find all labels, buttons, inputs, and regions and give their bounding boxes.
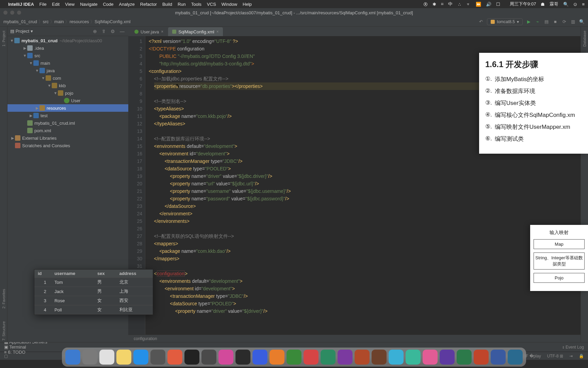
dock-app[interactable]	[355, 350, 370, 365]
status-square-icon[interactable]: ▢	[4, 354, 8, 358]
tree-node-resources[interactable]: ▶resources	[7, 104, 128, 112]
dock-app[interactable]	[65, 350, 80, 365]
status-item[interactable]: 🔍	[563, 2, 569, 7]
status-item[interactable]: ✱	[432, 2, 436, 7]
hide-icon[interactable]: —	[119, 29, 126, 34]
menu-edit[interactable]: Edit	[52, 2, 60, 7]
tree-node-com[interactable]: ▼com	[7, 74, 128, 82]
bottom-tool-terminal[interactable]: ▣ Terminal	[4, 344, 47, 350]
dock-app[interactable]	[389, 350, 404, 365]
column-id[interactable]: id	[34, 270, 51, 278]
status-item[interactable]: ⏩	[476, 2, 481, 7]
status-item[interactable]: 🔊	[486, 2, 491, 7]
menu-tools[interactable]: Tools	[191, 2, 201, 7]
update-vcs-button[interactable]: ⟳	[561, 19, 567, 25]
table-row[interactable]: 3Rose女西安	[34, 296, 153, 305]
breadcrumb-segment[interactable]: src	[43, 19, 49, 24]
tree-node-pom-xml[interactable]: pom.xml	[7, 127, 128, 134]
breadcrumb-segment[interactable]: SqlMapConfig.xml	[95, 19, 131, 24]
dock-app[interactable]	[287, 350, 301, 365]
debug-button[interactable]: ⌁	[535, 19, 540, 25]
tree-node-scratches-and-consoles[interactable]: Scratches and Consoles	[7, 142, 128, 149]
tool-tab-database[interactable]: Database	[583, 29, 587, 48]
coverage-button[interactable]: ▤	[544, 19, 549, 25]
tree-node-external-libraries[interactable]: ▶External Libraries	[7, 134, 128, 142]
tree-root[interactable]: ▼mybatis_01_crud~/IdeaProject/class00	[7, 37, 128, 44]
query-result-popup[interactable]: idusernamesexaddress 1Tom男北京2Jack男上海3Ros…	[34, 269, 153, 315]
dock-app[interactable]	[167, 350, 182, 365]
dock-app[interactable]	[440, 350, 455, 365]
tree-node-src[interactable]: ▼src	[7, 52, 128, 59]
tree-node-user[interactable]: User	[7, 97, 128, 104]
event-log-button[interactable]: ⫾ Event Log	[562, 345, 584, 350]
breadcrumbs-bar[interactable]: configuration	[128, 335, 581, 342]
status-item[interactable]: 周三下午9:07	[510, 1, 536, 7]
breadcrumb-segment[interactable]: mybatis_01_crud	[3, 19, 37, 24]
collapse-all-icon[interactable]: ⥣	[101, 29, 107, 34]
menu-view[interactable]: View	[65, 2, 75, 7]
status-item[interactable]: ᯤ	[467, 2, 471, 7]
menu-help[interactable]: Help	[243, 2, 252, 7]
breadcrumb-segment[interactable]: main	[54, 19, 64, 24]
status-item[interactable]: 中	[448, 1, 453, 7]
tree-node-mybatis-01-crud-iml[interactable]: mybatis_01_crud.iml	[7, 119, 128, 127]
menu-build[interactable]: Build	[162, 2, 172, 7]
editor-tab-sqlmapconfig-xml[interactable]: SqlMapConfig.xml×	[168, 27, 223, 36]
table-row[interactable]: 4Poll女利比亚	[34, 305, 153, 315]
dock-app[interactable]	[474, 350, 489, 365]
dock-app[interactable]	[116, 350, 131, 365]
tree-node-main[interactable]: ▼main	[7, 59, 128, 67]
dock-app[interactable]	[133, 350, 148, 365]
dock-app[interactable]	[508, 350, 523, 365]
tree-node-pojo[interactable]: ▼pojo	[7, 89, 128, 97]
dock-app[interactable]	[338, 350, 353, 365]
menu-refactor[interactable]: Refactor	[140, 2, 157, 7]
tool-tab-project[interactable]: 1: Project	[2, 29, 6, 48]
stop-button[interactable]: ■	[553, 19, 558, 25]
column-username[interactable]: username	[51, 270, 94, 278]
dock-app[interactable]	[491, 350, 506, 365]
dock-app[interactable]	[184, 350, 199, 365]
lock-icon[interactable]: 🔒	[579, 354, 584, 358]
menu-run[interactable]: Run	[178, 2, 186, 7]
dock-app[interactable]	[235, 350, 250, 365]
column-address[interactable]: address	[116, 270, 153, 278]
tree-node-java[interactable]: ▼java	[7, 67, 128, 74]
status-item[interactable]: 霖哥	[550, 1, 558, 7]
app-name[interactable]: IntelliJ IDEA	[8, 2, 34, 7]
status-item[interactable]: ⊙	[573, 2, 577, 7]
dock-app[interactable]	[423, 350, 438, 365]
file-encoding[interactable]: UTF-8 ⊞	[547, 354, 563, 358]
run-configuration-selector[interactable]: tomcat8.5 ▾	[487, 18, 523, 25]
tool-tab-favorites[interactable]: 2: Favorites	[2, 288, 6, 310]
status-item[interactable]: ⦿	[423, 2, 428, 7]
run-button[interactable]: ▶	[526, 19, 532, 25]
status-item[interactable]: ⌗	[441, 1, 443, 7]
indent-indicator[interactable]: ⇥	[569, 354, 573, 358]
dock-app[interactable]	[201, 350, 216, 365]
dock-app[interactable]	[150, 350, 165, 365]
dock-app[interactable]	[457, 350, 472, 365]
dock-app[interactable]	[218, 350, 233, 365]
status-item[interactable]: ≡	[582, 2, 585, 7]
menu-window[interactable]: Window	[222, 2, 237, 7]
dock-app[interactable]	[372, 350, 387, 365]
dock-app[interactable]	[304, 350, 318, 365]
dock-app[interactable]	[321, 350, 336, 365]
breadcrumb-segment[interactable]: resources	[69, 19, 89, 24]
menu-analyze[interactable]: Analyze	[119, 2, 135, 7]
status-item[interactable]: ⛬	[457, 2, 462, 7]
tree-node-kkb[interactable]: ▼kkb	[7, 82, 128, 89]
tree-node--idea[interactable]: ▶.idea	[7, 44, 128, 52]
gear-icon[interactable]: ⚙	[110, 29, 116, 34]
editor-tab-user-java[interactable]: User.java×	[130, 27, 167, 36]
dock-app[interactable]	[82, 350, 97, 365]
tree-node-test[interactable]: ▶test	[7, 112, 128, 119]
bottom-tool-6-todo[interactable]: ≡ 6: TODO	[4, 350, 47, 355]
table-row[interactable]: 2Jack男上海	[34, 287, 153, 296]
project-structure-button[interactable]: ▥	[570, 19, 576, 25]
project-header-dropdown[interactable]: ▤ Project ▾	[10, 29, 33, 34]
tool-tab-structure[interactable]: 7: Structure	[2, 320, 6, 342]
status-item[interactable]: ☗	[541, 2, 545, 7]
menu-code[interactable]: Code	[103, 2, 113, 7]
